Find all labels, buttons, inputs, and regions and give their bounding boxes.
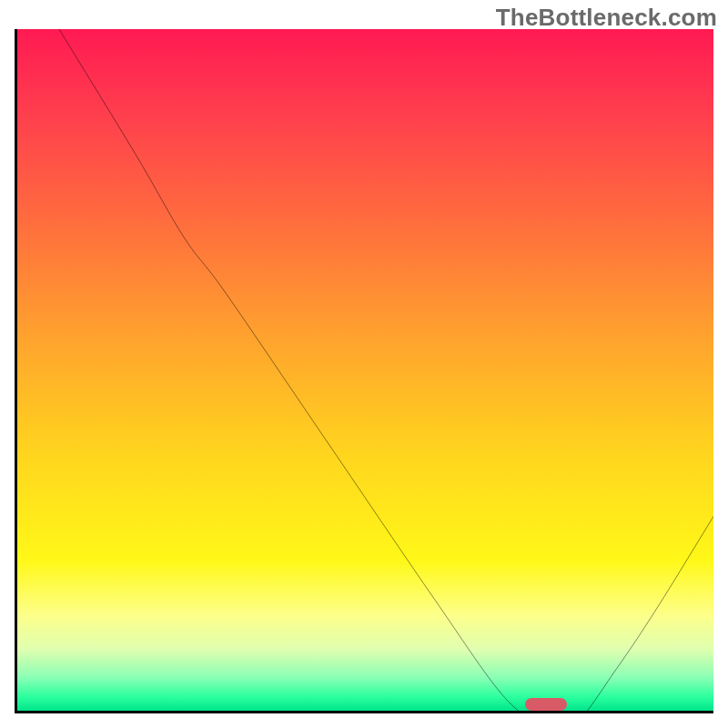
bottleneck-curve bbox=[17, 29, 713, 713]
optimal-range-marker bbox=[525, 698, 567, 711]
bottleneck-chart: TheBottleneck.com bbox=[0, 0, 728, 728]
plot-area bbox=[15, 29, 713, 713]
watermark-text: TheBottleneck.com bbox=[496, 4, 717, 32]
